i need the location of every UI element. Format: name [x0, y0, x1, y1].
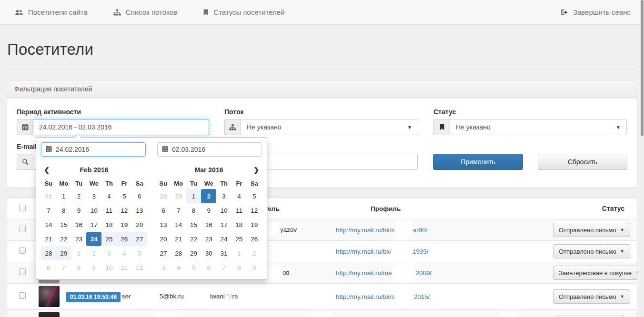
- calendar-day[interactable]: 3: [86, 189, 101, 203]
- calendar-day[interactable]: 4: [171, 260, 186, 275]
- calendar-day[interactable]: 9: [86, 260, 101, 275]
- calendar-day[interactable]: 1: [56, 189, 71, 203]
- calendar-day[interactable]: 2: [86, 246, 101, 260]
- calendar-day[interactable]: 17: [216, 218, 231, 232]
- calendar-day[interactable]: 13: [156, 218, 171, 232]
- status-dropdown[interactable]: Отправлено письмо▼: [553, 244, 630, 258]
- calendar-day[interactable]: 9: [71, 203, 87, 218]
- row-checkbox[interactable]: [19, 292, 26, 299]
- next-month-icon[interactable]: ❯: [251, 166, 262, 174]
- calendar-day[interactable]: 10: [86, 203, 101, 218]
- calendar-day[interactable]: 7: [171, 203, 186, 218]
- calendar-day[interactable]: 28: [41, 246, 56, 260]
- calendar-day[interactable]: 25: [101, 232, 117, 246]
- calendar-day[interactable]: 27: [156, 246, 171, 260]
- prev-month-icon[interactable]: ❮: [41, 166, 52, 174]
- calendar-day[interactable]: 20: [156, 232, 171, 246]
- calendar-day[interactable]: 6: [156, 203, 171, 218]
- calendar-day[interactable]: 7: [216, 260, 231, 275]
- calendar-day[interactable]: 24: [216, 232, 231, 246]
- calendar-day[interactable]: 9: [201, 203, 216, 218]
- calendar-day[interactable]: 25: [231, 232, 247, 246]
- calendar-day[interactable]: 10: [101, 260, 117, 275]
- calendar-day[interactable]: 22: [56, 232, 71, 246]
- nav-item-site-visitors[interactable]: Посетители сайта: [14, 8, 88, 16]
- scrollbar[interactable]: [640, 0, 644, 317]
- calendar-day[interactable]: 28: [156, 189, 171, 203]
- select-all-checkbox[interactable]: [19, 205, 26, 211]
- calendar-day[interactable]: 29: [186, 246, 201, 260]
- calendar-day[interactable]: 11: [101, 203, 117, 218]
- row-checkbox[interactable]: [19, 247, 26, 254]
- calendar-day[interactable]: 24: [86, 232, 101, 246]
- calendar-day[interactable]: 5: [117, 189, 132, 203]
- calendar-day[interactable]: 31: [41, 189, 56, 203]
- profile-link[interactable]: http://my.mail.ru/ma2009/: [336, 263, 553, 282]
- calendar-day[interactable]: 7: [56, 260, 71, 275]
- calendar-day[interactable]: 2: [71, 189, 87, 203]
- calendar-day[interactable]: 5: [247, 189, 262, 203]
- calendar-day[interactable]: 23: [201, 232, 216, 246]
- profile-link[interactable]: http://my.mail.ru/bk/1939/: [336, 242, 553, 261]
- calendar-day[interactable]: 8: [186, 203, 201, 218]
- calendar-day[interactable]: 16: [71, 218, 87, 232]
- period-input[interactable]: 24.02.2016 - 02.03.2016: [33, 119, 209, 135]
- calendar-day[interactable]: 18: [101, 218, 117, 232]
- calendar-day[interactable]: 22: [186, 232, 201, 246]
- calendar-day[interactable]: 2: [247, 246, 262, 260]
- status-dropdown[interactable]: Заинтересован в покупке▼: [553, 266, 637, 280]
- calendar-day[interactable]: 3: [156, 260, 171, 275]
- calendar-day[interactable]: 15: [56, 218, 71, 232]
- calendar-day[interactable]: 12: [132, 260, 147, 275]
- calendar-day[interactable]: 17: [86, 218, 101, 232]
- calendar-day[interactable]: 23: [71, 232, 87, 246]
- calendar-day[interactable]: 20: [132, 218, 147, 232]
- calendar-day[interactable]: 31: [216, 246, 231, 260]
- calendar-day[interactable]: 7: [41, 203, 56, 218]
- calendar-day[interactable]: 6: [201, 260, 216, 275]
- nav-item-stream-list[interactable]: Список потоков: [113, 8, 177, 16]
- nav-item-visitor-statuses[interactable]: Статусы посетителей: [203, 8, 284, 16]
- calendar-day[interactable]: 3: [216, 189, 231, 203]
- status-dropdown[interactable]: Отправлено письмо▼: [553, 289, 630, 304]
- calendar-day[interactable]: 16: [201, 218, 216, 232]
- row-checkbox[interactable]: [19, 268, 26, 275]
- calendar-day[interactable]: 30: [201, 246, 216, 260]
- calendar-day[interactable]: 9: [247, 260, 262, 275]
- calendar-day[interactable]: 11: [231, 203, 247, 218]
- profile-link[interactable]: http://my.mail.ru/bk/s2015/: [336, 287, 553, 306]
- calendar-day[interactable]: 6: [41, 260, 56, 275]
- calendar-day[interactable]: 8: [56, 203, 71, 218]
- profile-link[interactable]: http://my.mail.ru/bk/sar90/: [336, 220, 553, 239]
- calendar-day[interactable]: 4: [117, 246, 132, 260]
- end-date-input[interactable]: 02.03.2016: [157, 142, 262, 157]
- calendar-day[interactable]: 26: [247, 232, 262, 246]
- calendar-day[interactable]: 29: [171, 189, 186, 203]
- row-checkbox[interactable]: [19, 226, 26, 232]
- calendar-day[interactable]: 10: [216, 203, 231, 218]
- calendar-day[interactable]: 14: [171, 218, 186, 232]
- calendar-day[interactable]: 19: [247, 218, 262, 232]
- calendar-day[interactable]: 27: [132, 232, 147, 246]
- calendar-day[interactable]: 12: [247, 203, 262, 218]
- calendar-day[interactable]: 12: [117, 203, 132, 218]
- calendar-day[interactable]: 21: [171, 232, 186, 246]
- calendar-day[interactable]: 13: [132, 203, 147, 218]
- calendar-day[interactable]: 1: [231, 246, 247, 260]
- calendar-day[interactable]: 1: [71, 246, 87, 260]
- calendar-day[interactable]: 26: [117, 232, 132, 246]
- calendar-day[interactable]: 5: [132, 246, 147, 260]
- calendar-day[interactable]: 4: [101, 189, 117, 203]
- calendar-day[interactable]: 3: [101, 246, 117, 260]
- calendar-day[interactable]: 8: [231, 260, 247, 275]
- reset-button[interactable]: Сбросить: [538, 154, 627, 170]
- calendar-day[interactable]: 11: [117, 260, 132, 275]
- calendar-day[interactable]: 1: [186, 189, 201, 203]
- calendar-day[interactable]: 21: [41, 232, 56, 246]
- scrollbar-thumb[interactable]: [641, 0, 644, 136]
- calendar-day[interactable]: 18: [231, 218, 247, 232]
- calendar-day[interactable]: 29: [56, 246, 71, 260]
- logout-button[interactable]: Завершить сеанс: [561, 8, 631, 16]
- calendar-day[interactable]: 14: [41, 218, 56, 232]
- calendar-day[interactable]: 8: [71, 260, 87, 275]
